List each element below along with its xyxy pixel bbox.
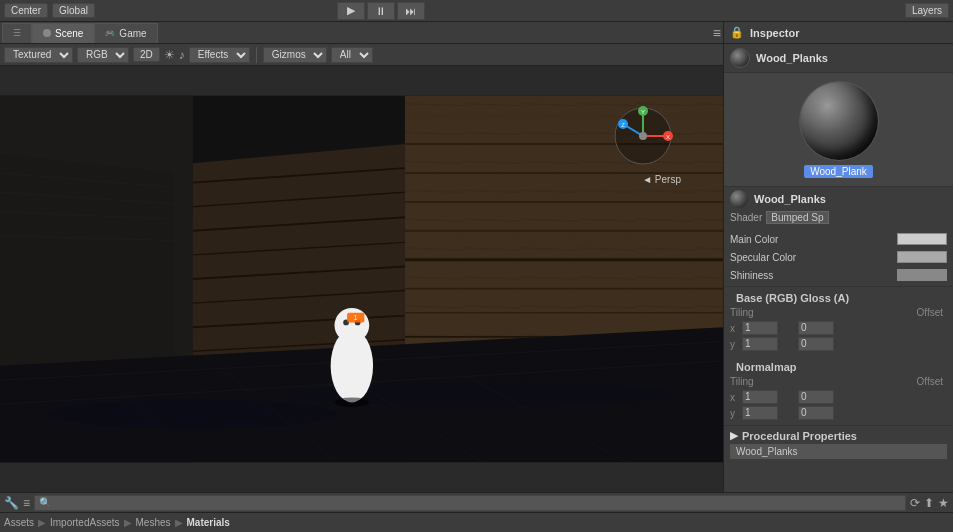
material-preview-small — [730, 48, 750, 68]
game-tab[interactable]: 🎮 Game — [94, 23, 157, 43]
mat-section-name: Wood_Planks — [754, 193, 826, 205]
inspector-panel: 🔒 Inspector Wood_Planks Wood_Plank Wood_… — [723, 22, 953, 492]
tab-menu-button[interactable]: ≡ — [713, 25, 721, 41]
main-layout: ☰ Scene 🎮 Game ≡ Textured RGB 2D ☀ ♪ — [0, 22, 953, 492]
tiling-col-label: Tiling — [730, 307, 754, 318]
svg-text:Y: Y — [641, 109, 645, 115]
textured-dropdown[interactable]: Textured — [4, 47, 73, 63]
scene-tab[interactable]: Scene — [32, 23, 94, 43]
assets-bar: 🔧 ≡ ⟳ ⬆ ★ Assets ▶ ImportedAssets ▶ Mesh… — [0, 492, 953, 532]
material-section: Wood_Planks Shader Bumped Sp Main Color … — [724, 187, 953, 287]
scene-tab-label: Scene — [55, 28, 83, 39]
breadcrumb-imported[interactable]: ImportedAssets — [50, 517, 119, 528]
axis-y-label: y — [730, 339, 742, 350]
sun-icon[interactable]: ☀ — [164, 48, 175, 62]
breadcrumb-assets[interactable]: Assets — [4, 517, 34, 528]
norm-axis-x-label: x — [730, 392, 742, 403]
gizmo-widget[interactable]: Y X Z — [613, 106, 673, 166]
tiling-header: Tiling Offset — [730, 307, 947, 318]
norm-offset-y[interactable] — [798, 406, 834, 420]
material-big-preview: Wood_Plank — [724, 73, 953, 187]
normalmap-label: Normalmap — [730, 358, 947, 376]
play-controls: ▶ ⏸ ⏭ — [337, 2, 425, 20]
base-rgb-section: Base (RGB) Gloss (A) Tiling Offset x y — [724, 287, 953, 356]
normalmap-section: Normalmap Tiling Offset x y — [724, 356, 953, 425]
main-color-swatch[interactable] — [897, 233, 947, 245]
toolbar-separator — [256, 47, 257, 63]
viewport-area: ☰ Scene 🎮 Game ≡ Textured RGB 2D ☀ ♪ — [0, 22, 723, 492]
base-rgb-label: Base (RGB) Gloss (A) — [730, 289, 947, 307]
specular-color-swatch[interactable] — [897, 251, 947, 263]
assets-menu-button[interactable]: ≡ — [23, 496, 30, 510]
game-tab-label: Game — [119, 28, 146, 39]
specular-color-row: Specular Color — [730, 248, 947, 266]
assets-search-input[interactable] — [34, 495, 906, 511]
viewport-3d[interactable]: 1 Y X — [0, 66, 723, 492]
shininess-label: Shininess — [730, 270, 893, 281]
create-button[interactable]: 🔧 — [4, 496, 19, 510]
base-tiling-x[interactable] — [742, 321, 778, 335]
all-dropdown[interactable]: All — [331, 47, 373, 63]
norm-tiling-x[interactable] — [742, 390, 778, 404]
inspector-header: 🔒 Inspector — [724, 22, 953, 44]
rgb-dropdown[interactable]: RGB — [77, 47, 129, 63]
base-tiling-y[interactable] — [742, 337, 778, 351]
gizmo-svg: Y X Z — [613, 106, 673, 166]
scene-toolbar: Textured RGB 2D ☀ ♪ Effects Gizmos All — [0, 44, 723, 66]
material-sphere — [799, 81, 879, 161]
procedural-section: ▶ Procedural Properties Wood_Planks — [724, 425, 953, 462]
layers-dropdown[interactable]: Layers — [905, 3, 949, 18]
scene-tab-collapse[interactable]: ☰ — [2, 23, 32, 43]
mat-shader-row: Shader Bumped Sp — [724, 211, 953, 228]
breadcrumb-meshes[interactable]: Meshes — [136, 517, 171, 528]
gizmos-dropdown[interactable]: Gizmos — [263, 47, 327, 63]
assets-right-icons: ⟳ ⬆ ★ — [910, 496, 949, 510]
shader-label: Shader — [730, 212, 762, 223]
shader-badge[interactable]: Bumped Sp — [766, 211, 828, 224]
breadcrumb-materials[interactable]: Materials — [187, 517, 230, 528]
base-offset-y[interactable] — [798, 337, 834, 351]
shininess-slider[interactable] — [897, 269, 947, 281]
pause-button[interactable]: ⏸ — [367, 2, 395, 20]
mat-section-header: Wood_Planks — [724, 187, 953, 211]
center-button[interactable]: Center — [4, 3, 48, 18]
star-button[interactable]: ★ — [938, 496, 949, 510]
svg-text:Z: Z — [621, 122, 625, 128]
play-button[interactable]: ▶ — [337, 2, 365, 20]
breadcrumb-sep-2: ▶ — [124, 517, 132, 528]
procedural-title: Procedural Properties — [742, 430, 857, 442]
norm-tiling-y[interactable] — [742, 406, 778, 420]
norm-tiling-header: Tiling Offset — [730, 376, 947, 387]
main-color-row: Main Color — [730, 230, 947, 248]
svg-text:1: 1 — [354, 314, 358, 321]
wood-planks-bar[interactable]: Wood_Planks — [730, 444, 947, 459]
lock-icon: 🔒 — [730, 26, 744, 39]
procedural-arrow-icon: ▶ — [730, 429, 738, 442]
2d-button[interactable]: 2D — [133, 47, 160, 62]
mat-section-icon — [730, 190, 748, 208]
breadcrumb-sep-3: ▶ — [175, 517, 183, 528]
breadcrumb-sep-1: ▶ — [38, 517, 46, 528]
sync-button[interactable]: ⟳ — [910, 496, 920, 510]
material-name-text: Wood_Planks — [756, 52, 828, 64]
global-button[interactable]: Global — [52, 3, 95, 18]
mat-props: Main Color Specular Color Shininess — [724, 228, 953, 286]
norm-tiling-label: Tiling — [730, 376, 754, 387]
norm-axis-y-label: y — [730, 408, 742, 419]
persp-label[interactable]: ◄ Persp — [642, 174, 681, 185]
base-tiling-y-row: y — [730, 336, 947, 352]
tab-bar: ☰ Scene 🎮 Game ≡ — [0, 22, 723, 44]
upload-button[interactable]: ⬆ — [924, 496, 934, 510]
svg-point-58 — [639, 132, 647, 140]
base-tiling-x-row: x — [730, 320, 947, 336]
offset-col-label: Offset — [917, 307, 944, 318]
effects-dropdown[interactable]: Effects — [189, 47, 250, 63]
step-button[interactable]: ⏭ — [397, 2, 425, 20]
svg-text:X: X — [666, 134, 670, 140]
base-offset-x[interactable] — [798, 321, 834, 335]
norm-offset-x[interactable] — [798, 390, 834, 404]
assets-toolbar: 🔧 ≡ ⟳ ⬆ ★ — [0, 493, 953, 513]
audio-icon[interactable]: ♪ — [179, 48, 185, 62]
norm-tiling-x-row: x — [730, 389, 947, 405]
scene-tab-dot — [43, 29, 51, 37]
